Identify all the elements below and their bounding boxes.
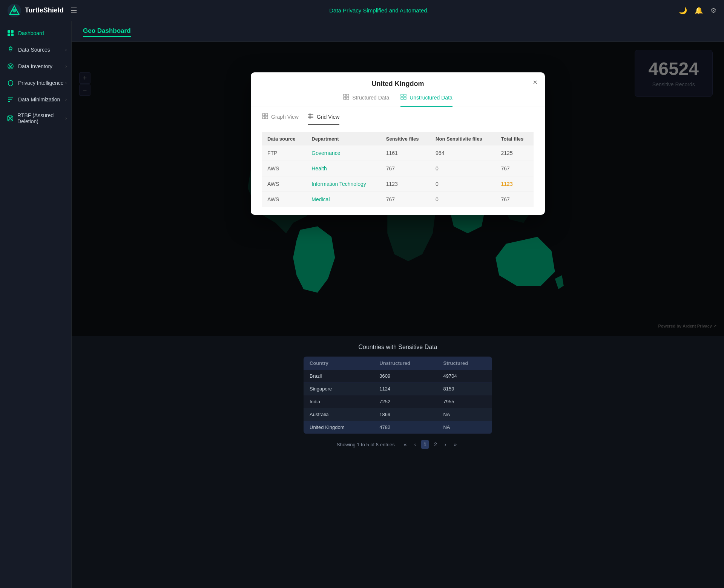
svg-rect-20 xyxy=(401,94,403,96)
sidebar-item-privacy-intelligence[interactable]: Privacy Intelligence › xyxy=(0,75,71,91)
svg-rect-23 xyxy=(404,97,406,100)
nav-icons: 🌙 🔔 ⚙ xyxy=(679,6,716,15)
countries-table: Country Unstructured Structured Brazil 3… xyxy=(304,357,492,434)
svg-rect-27 xyxy=(265,116,268,119)
sidebar-item-dashboard[interactable]: Dashboard xyxy=(0,25,71,41)
pagination: Showing 1 to 5 of 8 entries « ‹ 1 2 › » xyxy=(337,434,459,452)
svg-rect-12 xyxy=(8,97,13,98)
sidebar-item-data-minimization[interactable]: Data Minimization › xyxy=(0,91,71,108)
modal-cell-nonsensitive: 0 xyxy=(430,176,495,192)
countries-cell-structured: NA xyxy=(437,421,492,434)
nav-center: Data Privacy Simplified and Automated. xyxy=(79,7,679,14)
tab-unstructured-data[interactable]: Unstructured Data xyxy=(400,94,452,107)
modal-dialog: United Kingdom × Structured Data xyxy=(251,72,545,215)
tab-structured-label: Structured Data xyxy=(352,95,389,101)
modal-cell-nonsensitive: 0 xyxy=(430,161,495,176)
countries-cell-country: Australia xyxy=(304,408,373,421)
svg-rect-6 xyxy=(11,34,14,36)
arrow-icon-data-sources: › xyxy=(65,47,67,52)
unstructured-tab-icon xyxy=(400,94,406,101)
last-page-button[interactable]: » xyxy=(451,440,459,449)
svg-point-11 xyxy=(10,66,11,67)
subtab-graph-label: Graph View xyxy=(271,114,299,120)
modal-cell-sensitive: 1161 xyxy=(381,145,430,161)
modal-overlay: United Kingdom × Structured Data xyxy=(72,42,724,336)
modal-cell-datasource: AWS xyxy=(262,192,306,207)
countries-cell-structured: 7955 xyxy=(437,395,492,408)
modal-table-row: AWS Health 767 0 767 xyxy=(262,161,534,176)
subtab-grid-label: Grid View xyxy=(317,114,339,120)
col-header-total: Total files xyxy=(496,132,534,145)
modal-table-row: AWS Medical 767 0 767 xyxy=(262,192,534,207)
countries-table-row: United Kingdom 4782 NA xyxy=(304,421,492,434)
modal-sub-tabs: Graph View Grid View xyxy=(251,107,545,125)
countries-cell-structured: NA xyxy=(437,408,492,421)
page-1-button[interactable]: 1 xyxy=(421,440,429,449)
modal-close-button[interactable]: × xyxy=(533,78,537,86)
col-header-nonsensitive: Non Sensitivite files xyxy=(430,132,495,145)
modal-cell-total: 767 xyxy=(496,192,534,207)
subtab-grid-view[interactable]: Grid View xyxy=(308,113,339,125)
countries-header-row: Country Unstructured Structured xyxy=(304,357,492,370)
countries-cell-unstructured: 1124 xyxy=(373,383,437,395)
sidebar-label-data-min: Data Minimization xyxy=(18,96,60,103)
tab-structured-data[interactable]: Structured Data xyxy=(343,94,389,107)
countries-section: Countries with Sensitive Data Country Un… xyxy=(72,336,724,467)
countries-cell-unstructured: 4782 xyxy=(373,421,437,434)
tab-unstructured-label: Unstructured Data xyxy=(410,95,452,101)
modal-cell-department: Governance xyxy=(306,145,380,161)
svg-rect-24 xyxy=(262,113,265,116)
hamburger-icon[interactable]: ☰ xyxy=(71,6,77,15)
countries-table-row: Brazil 3609 49704 xyxy=(304,370,492,383)
logo-name: TurtleShield xyxy=(25,6,64,14)
data-min-icon xyxy=(7,96,14,103)
sidebar-item-data-inventory[interactable]: Data Inventory › xyxy=(0,58,71,75)
col-unstructured: Unstructured xyxy=(373,357,437,370)
moon-icon[interactable]: 🌙 xyxy=(679,6,687,15)
modal-cell-datasource: FTP xyxy=(262,145,306,161)
col-country: Country xyxy=(304,357,373,370)
modal-cell-department: Information Technology xyxy=(306,176,380,192)
modal-cell-sensitive: 767 xyxy=(381,192,430,207)
svg-rect-18 xyxy=(344,97,346,100)
structured-tab-icon xyxy=(343,94,349,101)
main-content: Geo Dashboard 46524 Sensitive Records + … xyxy=(72,21,724,588)
countries-cell-unstructured: 7252 xyxy=(373,395,437,408)
col-header-datasource: Data source xyxy=(262,132,306,145)
svg-point-7 xyxy=(9,47,12,50)
modal-table-row: FTP Governance 1161 964 2125 xyxy=(262,145,534,161)
first-page-button[interactable]: « xyxy=(402,440,409,449)
bell-icon[interactable]: 🔔 xyxy=(695,6,703,15)
modal-header: United Kingdom × xyxy=(251,72,545,88)
page-2-button[interactable]: 2 xyxy=(432,440,439,449)
svg-rect-22 xyxy=(401,97,403,100)
dashboard-icon xyxy=(7,29,14,37)
modal-body: Data source Department Sensitive files N… xyxy=(251,125,545,215)
arrow-icon-data-inventory: › xyxy=(65,64,67,69)
sidebar-label-rtbf: RTBF (Assured Deletion) xyxy=(17,112,64,124)
countries-table-row: India 7252 7955 xyxy=(304,395,492,408)
data-inventory-icon xyxy=(7,63,14,70)
countries-cell-country: Brazil xyxy=(304,370,373,383)
settings-icon[interactable]: ⚙ xyxy=(710,6,716,15)
modal-cell-datasource: AWS xyxy=(262,176,306,192)
svg-rect-17 xyxy=(347,94,349,96)
modal-table: Data source Department Sensitive files N… xyxy=(262,132,534,207)
svg-rect-21 xyxy=(404,94,406,96)
sidebar-item-rtbf[interactable]: RTBF (Assured Deletion) › xyxy=(0,108,71,129)
modal-cell-sensitive: 1123 xyxy=(381,176,430,192)
modal-cell-department: Medical xyxy=(306,192,380,207)
graph-view-icon xyxy=(262,113,268,120)
modal-cell-datasource: AWS xyxy=(262,161,306,176)
modal-cell-total: 1123 xyxy=(496,176,534,192)
arrow-icon-rtbf: › xyxy=(65,116,67,121)
modal-cell-department: Health xyxy=(306,161,380,176)
next-page-button[interactable]: › xyxy=(442,440,449,449)
sidebar-item-data-sources[interactable]: Data Sources › xyxy=(0,41,71,58)
page-title: Geo Dashboard xyxy=(83,26,131,37)
subtab-graph-view[interactable]: Graph View xyxy=(262,113,299,125)
svg-rect-5 xyxy=(8,34,10,36)
nav-tagline: Data Privacy Simplified and Automated. xyxy=(329,7,428,14)
prev-page-button[interactable]: ‹ xyxy=(412,440,419,449)
svg-point-8 xyxy=(9,47,12,49)
